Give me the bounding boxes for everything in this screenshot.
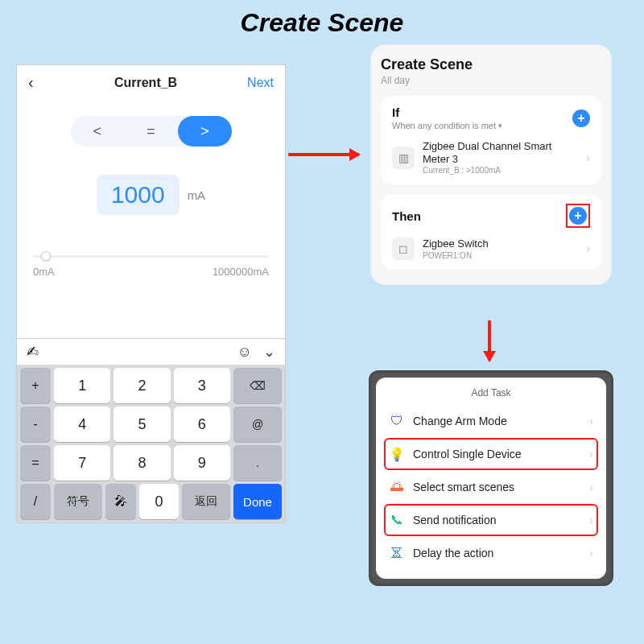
operator-equals[interactable]: = xyxy=(124,116,178,147)
arrow-step2-to-step3 xyxy=(488,320,491,361)
key-1[interactable]: 1 xyxy=(54,368,110,403)
key-2[interactable]: 2 xyxy=(114,368,170,403)
handwriting-icon[interactable]: ✍︎ xyxy=(27,343,39,361)
key-backspace[interactable]: ⌫ xyxy=(233,368,282,403)
key-7[interactable]: 7 xyxy=(54,445,110,481)
key-4[interactable]: 4 xyxy=(54,407,110,442)
condition-device-name: Zigbee Dual Channel Smart Meter 3 xyxy=(423,140,578,165)
action-item[interactable]: ◻ Zigbee Switch POWER1:ON › xyxy=(392,237,590,260)
bulb-icon: 💡 xyxy=(389,446,405,462)
key-return[interactable]: 返回 xyxy=(182,484,230,519)
chevron-right-icon: › xyxy=(589,514,593,526)
condition-title: Current_B xyxy=(114,76,177,90)
key-5[interactable]: 5 xyxy=(114,407,170,442)
condition-editor-panel: ‹ Current_B Next < = > 1000 mA 0mA 10000… xyxy=(16,64,286,523)
task-select-smart-scenes[interactable]: 🌅︎ Select smart scenes › xyxy=(384,471,598,503)
arrow-step1-to-step2 xyxy=(288,153,359,156)
key-at[interactable]: @ xyxy=(233,407,282,442)
shield-icon: 🛡 xyxy=(389,413,405,429)
operator-group: < = > xyxy=(71,116,232,147)
hourglass-icon: ⏳︎ xyxy=(389,545,405,561)
slider-thumb[interactable] xyxy=(41,251,51,261)
add-action-highlight: + xyxy=(566,204,590,228)
slider-min-label: 0mA xyxy=(33,266,55,278)
action-device-state: POWER1:ON xyxy=(423,251,578,260)
add-task-title: Add Task xyxy=(384,387,598,398)
scene-title: Create Scene xyxy=(381,56,601,73)
sunrise-icon: 🌅︎ xyxy=(389,479,405,495)
condition-device-state: Current_B : >1000mA xyxy=(423,166,578,175)
if-card: If When any condition is met ▾ + ▥ Zigbe… xyxy=(381,96,601,184)
task-delay-action[interactable]: ⏳︎ Delay the action › xyxy=(384,537,598,569)
if-heading: If xyxy=(392,105,502,119)
chevron-down-icon: ▾ xyxy=(498,122,502,130)
page-title: Create Scene xyxy=(0,8,644,38)
chevron-right-icon: › xyxy=(589,481,593,493)
collapse-keyboard-icon[interactable]: ⌄ xyxy=(263,343,275,361)
action-device-name: Zigbee Switch xyxy=(423,237,578,250)
chevron-right-icon: › xyxy=(589,547,593,559)
key-6[interactable]: 6 xyxy=(174,407,230,442)
chevron-right-icon: › xyxy=(586,242,590,255)
key-minus[interactable]: - xyxy=(20,407,51,442)
task-control-single-device[interactable]: 💡 Control Single Device › xyxy=(384,438,598,470)
key-done[interactable]: Done xyxy=(233,484,282,519)
key-mic[interactable]: 🎤︎ xyxy=(105,484,136,519)
key-symbols[interactable]: 符号 xyxy=(54,484,102,519)
scene-builder-panel: Create Scene All day If When any conditi… xyxy=(370,44,612,285)
slider-max-label: 1000000mA xyxy=(213,266,269,278)
key-equals[interactable]: = xyxy=(20,445,51,481)
back-button[interactable]: ‹ xyxy=(28,73,44,92)
chevron-right-icon: › xyxy=(586,151,590,164)
operator-greater-than[interactable]: > xyxy=(178,116,232,147)
add-condition-button[interactable]: + xyxy=(572,109,590,127)
emoji-icon[interactable]: ☺ xyxy=(237,344,252,361)
then-heading: Then xyxy=(392,209,421,223)
phone-icon: 📞︎ xyxy=(389,512,405,528)
task-change-arm-mode[interactable]: 🛡 Change Arm Mode › xyxy=(384,405,598,437)
chevron-right-icon: › xyxy=(589,415,593,427)
value-unit: mA xyxy=(188,188,206,202)
key-plus[interactable]: + xyxy=(20,368,51,403)
then-card: Then + ◻ Zigbee Switch POWER1:ON › xyxy=(381,194,601,270)
condition-item[interactable]: ▥ Zigbee Dual Channel Smart Meter 3 Curr… xyxy=(392,140,590,175)
operator-less-than[interactable]: < xyxy=(71,116,125,147)
next-button[interactable]: Next xyxy=(247,76,274,90)
add-action-button[interactable]: + xyxy=(569,207,587,225)
numeric-keyboard: + 1 2 3 ⌫ - 4 5 6 @ = 7 8 9 . / 符号 🎤︎ 0 … xyxy=(17,365,285,522)
key-0[interactable]: 0 xyxy=(139,484,179,519)
value-input[interactable]: 1000 xyxy=(97,175,180,215)
key-slash[interactable]: / xyxy=(20,484,51,519)
add-task-panel: Add Task 🛡 Change Arm Mode › 💡 Control S… xyxy=(369,370,613,586)
key-8[interactable]: 8 xyxy=(114,445,170,481)
chevron-right-icon: › xyxy=(589,448,593,460)
key-3[interactable]: 3 xyxy=(174,368,230,403)
task-send-notification[interactable]: 📞︎ Send notification › xyxy=(384,504,598,536)
condition-mode-dropdown[interactable]: When any condition is met ▾ xyxy=(392,121,502,130)
scene-schedule: All day xyxy=(381,75,601,86)
value-slider[interactable] xyxy=(33,255,269,258)
key-9[interactable]: 9 xyxy=(174,445,230,481)
switch-icon: ◻ xyxy=(392,237,415,260)
meter-icon: ▥ xyxy=(392,147,415,169)
key-dot[interactable]: . xyxy=(233,445,282,481)
